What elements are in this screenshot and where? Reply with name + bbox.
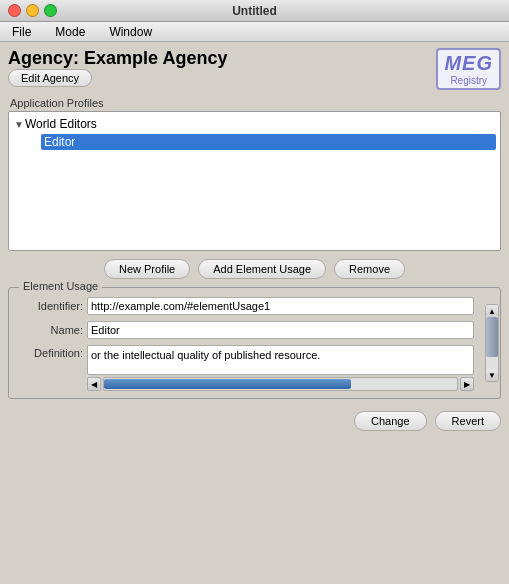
revert-button[interactable]: Revert bbox=[435, 411, 501, 431]
add-element-usage-button[interactable]: Add Element Usage bbox=[198, 259, 326, 279]
v-scroll-thumb[interactable] bbox=[486, 317, 498, 357]
vertical-scrollbar[interactable]: ▲ ▼ bbox=[485, 304, 499, 382]
tree-child-area: Editor bbox=[13, 132, 496, 150]
profile-button-row: New Profile Add Element Usage Remove bbox=[8, 259, 501, 279]
identifier-label: Identifier: bbox=[17, 300, 87, 312]
horizontal-scrollbar-area: ◀ ▶ bbox=[87, 377, 474, 391]
h-scroll-thumb[interactable] bbox=[104, 379, 351, 389]
scroll-left-button[interactable]: ◀ bbox=[87, 377, 101, 391]
tree-root-item[interactable]: ▼ World Editors bbox=[13, 116, 496, 132]
definition-row: Definition: or the intellectual quality … bbox=[9, 342, 482, 394]
window-title: Untitled bbox=[232, 4, 277, 18]
tree-root-label: World Editors bbox=[25, 117, 97, 131]
v-scroll-thumb-container bbox=[486, 317, 498, 369]
menu-file[interactable]: File bbox=[8, 24, 35, 40]
app-profiles-label: Application Profiles bbox=[8, 97, 501, 109]
name-input[interactable] bbox=[87, 321, 474, 339]
main-content: Agency: Example Agency Edit Agency MEG R… bbox=[0, 42, 509, 405]
agency-header: Agency: Example Agency Edit Agency MEG R… bbox=[8, 48, 501, 93]
agency-title: Agency: Example Agency bbox=[8, 48, 227, 69]
remove-button[interactable]: Remove bbox=[334, 259, 405, 279]
name-label: Name: bbox=[17, 324, 87, 336]
title-bar: Untitled bbox=[0, 0, 509, 22]
definition-content-area: or the intellectual quality of published… bbox=[87, 345, 474, 391]
definition-text[interactable]: or the intellectual quality of published… bbox=[87, 345, 474, 375]
scroll-down-button[interactable]: ▼ bbox=[486, 369, 498, 381]
scroll-up-button[interactable]: ▲ bbox=[486, 305, 498, 317]
identifier-input[interactable] bbox=[87, 297, 474, 315]
identifier-row: Identifier: bbox=[9, 294, 482, 318]
definition-label: Definition: bbox=[17, 345, 87, 391]
minimize-button[interactable] bbox=[26, 4, 39, 17]
maximize-button[interactable] bbox=[44, 4, 57, 17]
close-button[interactable] bbox=[8, 4, 21, 17]
menu-mode[interactable]: Mode bbox=[51, 24, 89, 40]
name-row: Name: bbox=[9, 318, 482, 342]
tree-child-item[interactable]: Editor bbox=[41, 134, 496, 150]
menu-window[interactable]: Window bbox=[105, 24, 156, 40]
registry-label: Registry bbox=[444, 75, 493, 86]
element-usage-title: Element Usage bbox=[19, 280, 102, 292]
window-controls[interactable] bbox=[8, 4, 57, 17]
meg-logo-text: MEG bbox=[444, 52, 493, 75]
agency-title-area: Agency: Example Agency Edit Agency bbox=[8, 48, 227, 93]
edit-agency-button[interactable]: Edit Agency bbox=[8, 69, 92, 87]
tree-expand-arrow[interactable]: ▼ bbox=[13, 118, 25, 130]
tree-panel[interactable]: ▼ World Editors Editor bbox=[8, 111, 501, 251]
h-scroll-track[interactable] bbox=[103, 377, 458, 391]
scroll-right-button[interactable]: ▶ bbox=[460, 377, 474, 391]
tree-child-label: Editor bbox=[44, 135, 75, 149]
menu-bar: File Mode Window bbox=[0, 22, 509, 42]
bottom-buttons: Change Revert bbox=[0, 405, 509, 435]
new-profile-button[interactable]: New Profile bbox=[104, 259, 190, 279]
element-usage-panel: Element Usage Identifier: Name: Definiti… bbox=[8, 287, 501, 399]
meg-logo: MEG Registry bbox=[436, 48, 501, 90]
change-button[interactable]: Change bbox=[354, 411, 427, 431]
